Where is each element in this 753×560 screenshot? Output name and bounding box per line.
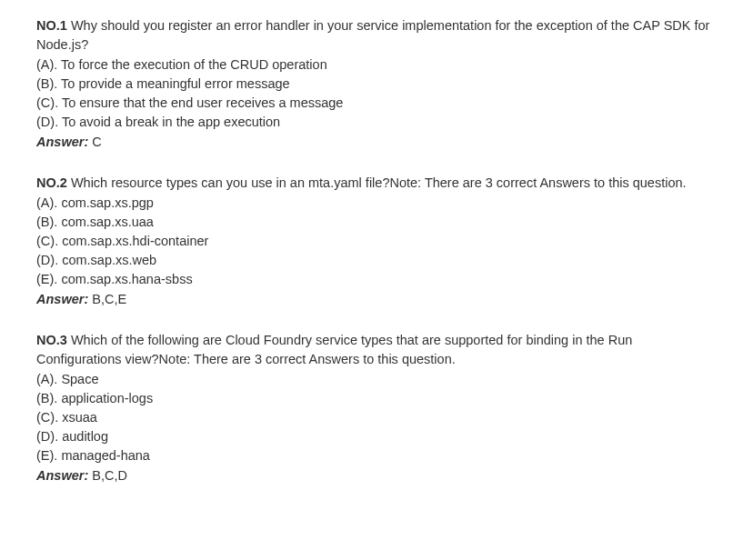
answer-value: B,C,E [92,292,126,306]
option: (A). To force the execution of the CRUD … [36,55,717,75]
option: (E). managed-hana [36,446,717,465]
answer-line: Answer: B,C,E [36,290,717,309]
question-number: NO.2 [36,175,71,190]
option: (D). auditlog [36,427,717,446]
answer-label: Answer: [36,468,92,483]
option: (D). com.sap.xs.web [36,251,717,270]
option: (C). xsuaa [36,408,717,427]
options-list: (A). To force the execution of the CRUD … [36,55,717,132]
question-number: NO.3 [36,333,71,347]
option: (B). com.sap.xs.uaa [36,213,717,232]
question-body: Why should you register an error handler… [36,18,709,52]
option: (A). Space [36,370,717,389]
question-text: NO.2 Which resource types can you use in… [36,174,717,193]
question-text: NO.1 Why should you register an error ha… [36,16,717,55]
option: (C). To ensure that the end user receive… [36,94,717,113]
option: (D). To avoid a break in the app executi… [36,113,717,132]
answer-value: C [92,135,101,149]
question-block: NO.3 Which of the following are Cloud Fo… [36,331,717,485]
answer-label: Answer: [36,292,92,306]
options-list: (A). Space (B). application-logs (C). xs… [36,370,717,465]
option: (B). application-logs [36,389,717,408]
option: (E). com.sap.xs.hana-sbss [36,270,717,289]
answer-line: Answer: C [36,133,717,152]
question-number: NO.1 [36,18,71,33]
answer-value: B,C,D [92,468,127,483]
question-block: NO.2 Which resource types can you use in… [36,174,717,309]
answer-label: Answer: [36,135,92,149]
question-block: NO.1 Why should you register an error ha… [36,16,717,152]
option: (B). To provide a meaningful error messa… [36,75,717,94]
question-text: NO.3 Which of the following are Cloud Fo… [36,331,717,369]
question-list: NO.1 Why should you register an error ha… [36,16,717,485]
question-body: Which resource types can you use in an m… [71,175,687,190]
option: (C). com.sap.xs.hdi-container [36,232,717,251]
question-body: Which of the following are Cloud Foundry… [36,333,632,366]
options-list: (A). com.sap.xs.pgp (B). com.sap.xs.uaa … [36,194,717,289]
answer-line: Answer: B,C,D [36,466,717,485]
option: (A). com.sap.xs.pgp [36,194,717,213]
